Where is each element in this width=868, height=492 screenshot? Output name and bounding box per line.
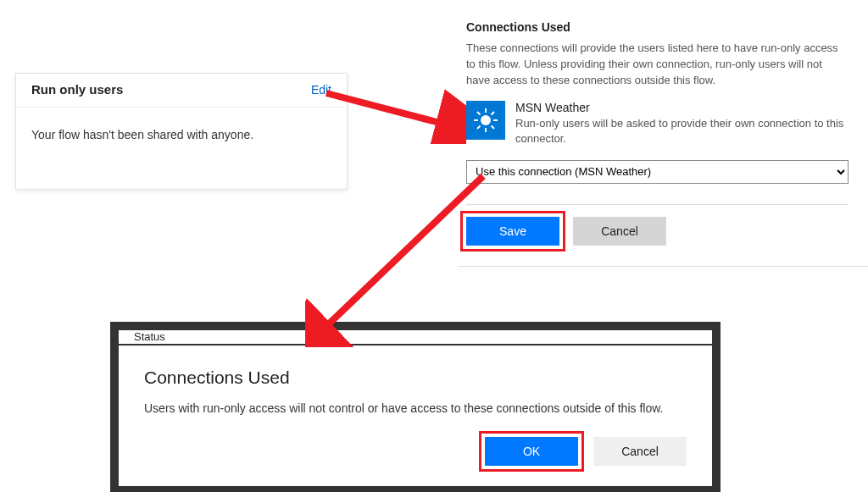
- dialog-button-row: OK Cancel: [144, 437, 687, 466]
- dialog-overlay: Status Connections Used Users with run-o…: [110, 322, 721, 492]
- svg-line-6: [492, 125, 495, 129]
- connections-dialog: Connections Used Users with run-only acc…: [119, 346, 712, 486]
- ok-button[interactable]: OK: [485, 437, 578, 466]
- dialog-text: Users with run-only access will not cont…: [144, 401, 687, 415]
- save-button[interactable]: Save: [466, 217, 559, 246]
- svg-line-8: [492, 112, 495, 115]
- run-only-users-title: Run only users: [31, 82, 123, 97]
- connector-row: MSN Weather Run-only users will be asked…: [466, 101, 849, 146]
- svg-line-5: [477, 112, 481, 115]
- card-header: Run only users Edit: [16, 74, 347, 108]
- svg-line-7: [477, 125, 481, 129]
- connector-text: MSN Weather Run-only users will be asked…: [515, 101, 849, 146]
- cancel-button[interactable]: Cancel: [573, 217, 666, 246]
- divider: [466, 204, 849, 205]
- connections-section-title: Connections Used: [466, 20, 849, 34]
- weather-icon: [466, 101, 505, 140]
- connector-subtext: Run-only users will be asked to provide …: [515, 116, 849, 146]
- dialog-cancel-button[interactable]: Cancel: [593, 437, 687, 466]
- run-only-users-body: Your flow hasn't been shared with anyone…: [16, 108, 347, 162]
- connections-description: These connections will provide the users…: [466, 41, 849, 89]
- edit-link[interactable]: Edit: [311, 83, 331, 97]
- connection-dropdown[interactable]: Use this connection (MSN Weather): [466, 160, 849, 184]
- svg-point-0: [481, 115, 491, 125]
- status-strip: Status: [119, 330, 712, 344]
- connections-used-panel: Connections Used These connections will …: [458, 0, 868, 267]
- run-only-users-card: Run only users Edit Your flow hasn't bee…: [15, 73, 348, 190]
- dialog-title: Connections Used: [144, 368, 687, 388]
- panel-button-row: Save Cancel: [466, 217, 849, 246]
- connector-name: MSN Weather: [515, 101, 849, 114]
